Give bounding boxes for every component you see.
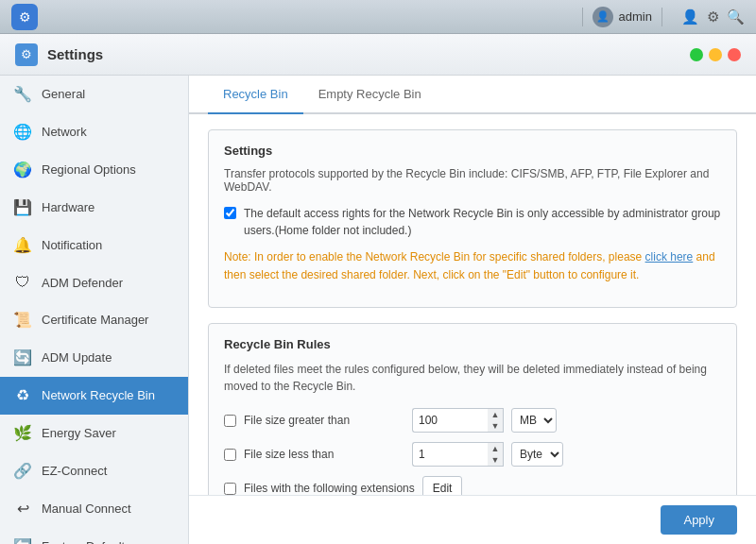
user-avatar: 👤 xyxy=(593,7,613,27)
settings-title: Settings xyxy=(47,46,680,62)
app-icon-symbol: ⚙ xyxy=(19,9,31,25)
sidebar-label-notification: Notification xyxy=(42,238,102,252)
sidebar-label-adm-defender: ADM Defender xyxy=(42,276,123,290)
tab-recycle-bin[interactable]: Recycle Bin xyxy=(208,76,303,114)
rule2-spin-wrapper: ▲ ▼ xyxy=(412,442,504,467)
rule1-spin-up[interactable]: ▲ xyxy=(488,409,503,420)
transfer-info: Transfer protocols supported by the Recy… xyxy=(224,167,721,194)
sidebar-label-network: Network xyxy=(42,125,87,139)
rule1-spin-btns: ▲ ▼ xyxy=(488,408,504,433)
sidebar-label-general: General xyxy=(42,87,85,101)
sidebar-item-hardware[interactable]: 💾 Hardware xyxy=(0,189,188,227)
sidebar-label-factory-default: Factory Default xyxy=(42,539,125,544)
rule1-spin-down[interactable]: ▼ xyxy=(488,420,503,432)
factory-default-icon: 🔙 xyxy=(13,537,32,544)
sidebar-item-energy-saver[interactable]: 🌿 Energy Saver xyxy=(0,415,188,452)
rule1-spin-wrapper: ▲ ▼ xyxy=(412,408,504,433)
search-action-icon[interactable]: 🔍 xyxy=(727,8,745,26)
general-icon: 🔧 xyxy=(13,85,32,103)
rule1-label: File size greater than xyxy=(244,414,404,427)
rule3-row: Files with the following extensions Edit xyxy=(224,476,721,495)
sidebar-item-manual-connect[interactable]: ↩ Manual Connect xyxy=(0,490,188,528)
rule1-checkbox[interactable] xyxy=(224,415,236,427)
panel: Settings Transfer protocols supported by… xyxy=(189,114,756,495)
adm-defender-icon: 🛡 xyxy=(13,274,32,291)
sidebar-item-network-recycle[interactable]: ♻ Network Recycle Bin xyxy=(0,377,188,415)
sidebar-item-regional[interactable]: 🌍 Regional Options xyxy=(0,151,188,189)
rule2-spin-btns: ▲ ▼ xyxy=(488,442,504,467)
manual-connect-icon: ↩ xyxy=(13,500,32,518)
sidebar-label-energy-saver: Energy Saver xyxy=(42,426,116,440)
username-label: admin xyxy=(619,9,652,24)
sidebar-label-hardware: Hardware xyxy=(42,200,94,214)
note-link[interactable]: click here xyxy=(645,250,694,264)
network-icon: 🌐 xyxy=(13,123,32,141)
rule3-label: Files with the following extensions xyxy=(244,482,415,495)
rules-section: Recycle Bin Rules If deleted files meet … xyxy=(208,323,737,495)
sidebar-item-factory-default[interactable]: 🔙 Factory Default xyxy=(0,528,188,544)
notification-icon: 🔔 xyxy=(13,236,32,254)
rule2-spin-up[interactable]: ▲ xyxy=(488,443,503,454)
sidebar-label-network-recycle: Network Recycle Bin xyxy=(42,388,155,402)
sidebar-item-network[interactable]: 🌐 Network xyxy=(0,113,188,151)
settings-header-icon: ⚙ xyxy=(15,43,38,66)
ext-edit-button[interactable]: Edit xyxy=(422,476,463,495)
rule2-label: File size less than xyxy=(244,448,404,461)
note-text: Note: In order to enable the Network Rec… xyxy=(224,248,721,284)
divider2 xyxy=(662,8,662,26)
sidebar-label-adm-update: ADM Update xyxy=(42,350,112,365)
traffic-light-green[interactable] xyxy=(690,48,703,61)
content-area: Settings Transfer protocols supported by… xyxy=(189,114,756,495)
sidebar-item-notification[interactable]: 🔔 Notification xyxy=(0,227,188,264)
default-access-label: The default access rights for the Networ… xyxy=(244,205,721,239)
traffic-light-red[interactable] xyxy=(728,48,741,61)
energy-saver-icon: 🌿 xyxy=(13,424,32,442)
sidebar: 🔧 General 🌐 Network 🌍 Regional Options 💾… xyxy=(0,76,189,544)
rules-section-title: Recycle Bin Rules xyxy=(224,337,721,351)
sidebar-item-general[interactable]: 🔧 General xyxy=(0,76,188,113)
content-wrapper: Recycle Bin Empty Recycle Bin Settings T… xyxy=(189,76,756,544)
sidebar-item-adm-defender[interactable]: 🛡 ADM Defender xyxy=(0,264,188,301)
sidebar-item-adm-update[interactable]: 🔄 ADM Update xyxy=(0,339,188,377)
sidebar-item-ez-connect[interactable]: 🔗 EZ-Connect xyxy=(0,452,188,490)
sidebar-item-cert-manager[interactable]: 📜 Certificate Manager xyxy=(0,301,188,339)
top-bar: ⚙ 👤 admin 👤 ⚙ 🔍 xyxy=(0,0,756,34)
rules-info: If deleted files meet the rules configur… xyxy=(224,361,721,395)
hardware-icon: 💾 xyxy=(13,198,32,216)
sidebar-label-ez-connect: EZ-Connect xyxy=(42,464,107,478)
user-action-icon[interactable]: 👤 xyxy=(681,8,699,26)
rule2-checkbox[interactable] xyxy=(224,449,236,461)
apply-bar: Apply xyxy=(189,495,756,544)
default-access-row: The default access rights for the Networ… xyxy=(224,205,721,239)
default-access-checkbox[interactable] xyxy=(224,207,236,219)
main-layout: 🔧 General 🌐 Network 🌍 Regional Options 💾… xyxy=(0,76,756,544)
settings-section-title: Settings xyxy=(224,144,721,158)
adm-update-icon: 🔄 xyxy=(13,348,32,366)
rule1-value-input[interactable] xyxy=(412,408,488,433)
sidebar-label-manual-connect: Manual Connect xyxy=(42,502,131,516)
note-text-before: Note: In order to enable the Network Rec… xyxy=(224,250,642,264)
network-recycle-icon: ♻ xyxy=(13,386,32,404)
traffic-light-yellow[interactable] xyxy=(709,48,722,61)
divider xyxy=(582,8,583,26)
cert-manager-icon: 📜 xyxy=(13,311,32,329)
rule1-unit-select[interactable]: KB MB GB xyxy=(511,408,557,433)
tabs-bar: Recycle Bin Empty Recycle Bin xyxy=(189,76,756,114)
sidebar-label-regional: Regional Options xyxy=(42,162,136,177)
settings-section: Settings Transfer protocols supported by… xyxy=(208,129,737,308)
tab-empty-recycle-bin[interactable]: Empty Recycle Bin xyxy=(303,76,437,114)
top-bar-actions: 👤 ⚙ 🔍 xyxy=(681,8,745,26)
settings-action-icon[interactable]: ⚙ xyxy=(707,8,719,26)
rule3-checkbox[interactable] xyxy=(224,483,236,495)
app-icon: ⚙ xyxy=(11,4,38,30)
ez-connect-icon: 🔗 xyxy=(13,462,32,480)
rule2-value-input[interactable] xyxy=(412,442,488,467)
rule1-row: File size greater than ▲ ▼ KB MB xyxy=(224,408,721,433)
rule2-unit-select[interactable]: Byte KB MB xyxy=(511,442,563,467)
traffic-lights xyxy=(690,48,741,61)
rule2-spin-down[interactable]: ▼ xyxy=(488,454,503,466)
sidebar-label-cert-manager: Certificate Manager xyxy=(42,313,148,327)
settings-header: ⚙ Settings xyxy=(0,34,756,76)
apply-button[interactable]: Apply xyxy=(661,505,737,535)
rule2-row: File size less than ▲ ▼ Byte KB xyxy=(224,442,721,467)
